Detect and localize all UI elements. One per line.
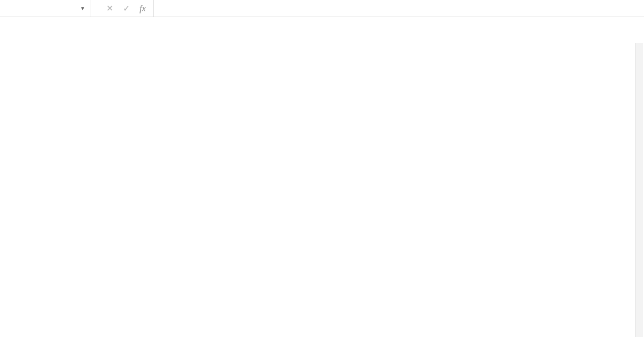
cancel-icon[interactable]: ✕ [106,3,113,13]
formula-input[interactable] [154,0,644,17]
formula-bar-buttons: ✕ ✓ fx [91,0,154,17]
vertical-scrollbar[interactable] [635,43,643,337]
name-box-input[interactable] [5,4,85,13]
fx-icon[interactable]: fx [140,4,146,13]
formula-bar: ▼ ✕ ✓ fx [0,0,644,17]
enter-icon[interactable]: ✓ [123,3,130,13]
chevron-down-icon[interactable]: ▼ [80,5,85,11]
name-box[interactable]: ▼ [0,0,91,17]
